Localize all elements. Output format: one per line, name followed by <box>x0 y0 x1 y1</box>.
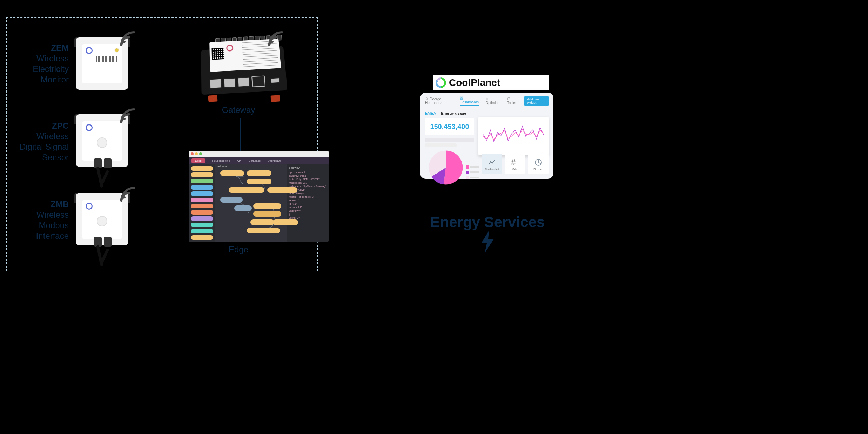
widget-type-value-label: Value <box>512 168 518 170</box>
connector-gateway-edge <box>240 118 241 151</box>
svg-rect-4 <box>462 99 463 100</box>
edge-menu-item: Database <box>249 159 261 162</box>
edge-flow-canvas: address <box>215 164 287 242</box>
device-zem-line2: Electricity <box>20 64 69 74</box>
coolplanet-logo: CoolPlanet <box>433 75 549 90</box>
widget-big-number: 150,453,400 <box>425 118 474 135</box>
tab-optimise[interactable]: Optimise <box>485 97 500 105</box>
pie-legend <box>466 165 479 179</box>
device-zpc-code: ZPC <box>13 121 69 131</box>
wifi-icon <box>117 105 138 126</box>
device-zem-code: ZEM <box>20 43 69 53</box>
widget-type-row: Combo chart # Value Pie chart <box>482 154 549 174</box>
widget-type-combo-label: Combo chart <box>485 168 499 170</box>
tab-dashboards-label: Dashboards <box>460 100 479 104</box>
edge-sidebar-header: gateway <box>289 166 327 170</box>
wifi-icon <box>117 28 138 49</box>
svg-rect-2 <box>462 97 463 98</box>
lightning-icon <box>479 231 496 255</box>
cloud-nav-user: George Hernandez <box>425 97 453 105</box>
add-widget-button[interactable]: Add new widget <box>524 96 549 106</box>
gateway-caption: Gateway <box>217 105 260 115</box>
device-zmb-label: ZMB Wireless Modbus Interface <box>23 199 69 241</box>
breadcrumb-page: Energy usage <box>441 111 466 115</box>
tab-dashboards[interactable]: Dashboards <box>460 96 479 106</box>
edge-menu-item: API <box>237 159 242 162</box>
edge-active-tab: Edge <box>191 158 205 163</box>
edge-menu-item: Housekeeping <box>212 159 230 162</box>
device-zem-line3: Monitor <box>20 74 69 85</box>
svg-point-0 <box>426 98 427 99</box>
tab-tasks[interactable]: Tasks <box>507 97 518 105</box>
device-zpc-line3: Sensor <box>13 152 69 163</box>
device-zmb-line1: Wireless <box>23 210 69 220</box>
device-zem-line1: Wireless <box>20 53 69 64</box>
widget-type-pie-label: Pie chart <box>533 168 543 170</box>
energy-services-title: Energy Services <box>421 214 554 231</box>
edge-screenshot: Edge Housekeeping API Database Dashboard… <box>189 151 329 242</box>
svg-rect-3 <box>460 99 461 100</box>
device-zem-label: ZEM Wireless Electricity Monitor <box>20 43 69 85</box>
edge-debug-sidebar: gateway api: connectedgateway: onlinetop… <box>287 164 329 242</box>
edge-node-palette <box>189 164 215 242</box>
svg-point-5 <box>487 98 488 99</box>
device-zpc-line2: Digital Signal <box>13 142 69 152</box>
wifi-icon <box>117 184 138 205</box>
device-zmb-line2: Modbus <box>23 220 69 231</box>
cloud-breadcrumb: EMEA Energy usage <box>425 111 549 115</box>
edge-window-titlebar <box>189 151 329 157</box>
tab-tasks-label: Tasks <box>507 101 516 105</box>
device-zpc-label: ZPC Wireless Digital Signal Sensor <box>13 121 69 163</box>
wifi-icon <box>265 28 286 49</box>
device-zmb-code: ZMB <box>23 199 69 210</box>
widget-type-combo[interactable]: Combo chart <box>482 154 502 174</box>
svg-rect-1 <box>460 97 461 98</box>
cloud-nav-tabs: George Hernandez Dashboards Optimise Tas… <box>425 96 549 108</box>
edge-menu-item: Dashboard <box>268 159 281 162</box>
placeholder-row <box>425 138 474 142</box>
tab-optimise-label: Optimise <box>485 101 499 105</box>
widget-type-pie[interactable]: Pie chart <box>528 154 549 174</box>
widget-type-value[interactable]: # Value <box>505 154 525 174</box>
connector-cloud-services <box>487 181 487 212</box>
coolplanet-brand-text: CoolPlanet <box>449 77 500 88</box>
breadcrumb-region[interactable]: EMEA <box>425 111 436 115</box>
cloud-dashboard: CoolPlanet George Hernandez Dashboards O… <box>420 77 553 179</box>
hash-icon: # <box>511 158 519 167</box>
edge-caption: Edge <box>224 245 253 255</box>
widget-pie-chart <box>426 148 465 180</box>
edge-menubar: Edge Housekeeping API Database Dashboard <box>189 157 329 164</box>
placeholder-row <box>425 143 457 147</box>
device-zmb-line3: Interface <box>23 231 69 241</box>
coolplanet-logo-ring-icon <box>436 77 446 88</box>
connector-site-cloud <box>317 140 419 140</box>
device-zpc-line1: Wireless <box>13 131 69 142</box>
widget-line-chart <box>478 117 549 155</box>
svg-rect-6 <box>507 98 510 100</box>
